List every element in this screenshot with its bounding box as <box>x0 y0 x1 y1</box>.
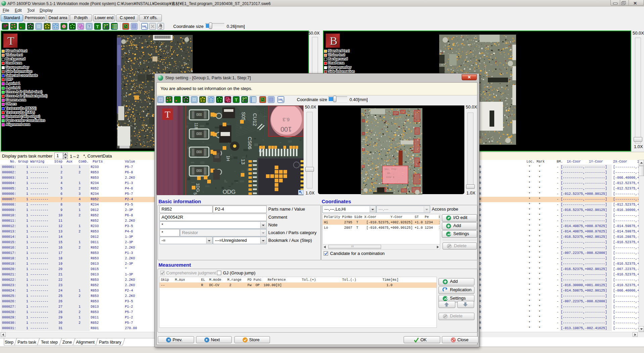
svg-text:?: ? <box>88 25 90 29</box>
svg-text:ODG: ODG <box>223 189 236 195</box>
svg-text:Alignment: Alignment <box>76 340 95 345</box>
svg-text:Test step: Test step <box>41 340 58 345</box>
svg-text:5: 5 <box>193 192 197 195</box>
svg-text:S05: S05 <box>241 112 246 121</box>
svg-text:6.3: 6.3 <box>283 117 290 123</box>
svg-text:%: % <box>145 27 147 29</box>
svg-text:T: T <box>165 109 170 120</box>
svg-text:13: 13 <box>240 159 246 165</box>
svg-text:CU12: CU12 <box>252 113 258 126</box>
svg-text:000: 000 <box>196 132 202 135</box>
svg-text:%: % <box>282 100 284 102</box>
svg-text:118: 118 <box>194 123 198 129</box>
svg-text:1H: 1H <box>226 156 231 161</box>
svg-text:000: 000 <box>196 150 202 153</box>
svg-text:90.: 90. <box>387 172 392 175</box>
svg-text:000: 000 <box>196 113 202 116</box>
svg-text:Parts task: Parts task <box>17 340 36 345</box>
svg-text:Zone: Zone <box>62 340 72 345</box>
svg-text:Parts library: Parts library <box>99 340 122 345</box>
svg-text:1834 8: 1834 8 <box>386 176 394 179</box>
svg-text:Step: Step <box>5 340 13 345</box>
svg-text:T: T <box>235 97 238 102</box>
svg-text:SAs. FfB: SAs. FfB <box>384 168 396 171</box>
svg-text:000: 000 <box>196 169 202 172</box>
svg-text:S: S <box>63 25 65 28</box>
svg-text:100: 100 <box>280 126 291 133</box>
svg-text:CS06: CS06 <box>247 137 253 149</box>
svg-text:1DG: 1DG <box>195 183 200 192</box>
svg-text:T: T <box>96 24 99 29</box>
